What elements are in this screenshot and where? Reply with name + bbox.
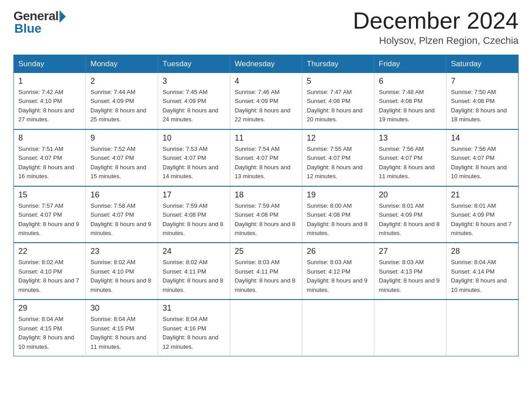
day-number: 19 — [307, 190, 369, 200]
day-info: Sunrise: 7:54 AMSunset: 4:07 PMDaylight:… — [235, 146, 291, 180]
day-info: Sunrise: 7:45 AMSunset: 4:09 PMDaylight:… — [163, 89, 219, 123]
day-number: 29 — [18, 304, 81, 313]
day-info: Sunrise: 7:44 AMSunset: 4:09 PMDaylight:… — [90, 89, 146, 123]
day-info: Sunrise: 8:04 AMSunset: 4:15 PMDaylight:… — [90, 316, 146, 350]
calendar-cell: 25 Sunrise: 8:03 AMSunset: 4:11 PMDaylig… — [230, 243, 302, 300]
calendar-cell: 31 Sunrise: 8:04 AMSunset: 4:16 PMDaylig… — [158, 300, 230, 356]
day-info: Sunrise: 7:59 AMSunset: 4:08 PMDaylight:… — [235, 202, 296, 236]
day-number: 6 — [379, 77, 442, 86]
page-header: General Blue December 2024 Holysov, Plze… — [13, 9, 519, 47]
day-info: Sunrise: 7:59 AMSunset: 4:08 PMDaylight:… — [163, 202, 223, 236]
calendar-cell: 16 Sunrise: 7:58 AMSunset: 4:07 PMDaylig… — [86, 186, 158, 243]
day-number: 23 — [90, 247, 153, 256]
calendar-cell — [446, 300, 519, 356]
day-info: Sunrise: 7:48 AMSunset: 4:08 PMDaylight:… — [379, 89, 435, 123]
calendar-cell: 12 Sunrise: 7:55 AMSunset: 4:07 PMDaylig… — [302, 129, 374, 186]
day-info: Sunrise: 8:00 AMSunset: 4:08 PMDaylight:… — [307, 202, 368, 236]
calendar-cell: 20 Sunrise: 8:01 AMSunset: 4:09 PMDaylig… — [374, 186, 446, 243]
day-info: Sunrise: 7:55 AMSunset: 4:07 PMDaylight:… — [307, 146, 363, 180]
day-number: 20 — [379, 190, 442, 200]
day-number: 12 — [307, 133, 369, 143]
calendar-cell: 19 Sunrise: 8:00 AMSunset: 4:08 PMDaylig… — [302, 186, 374, 243]
calendar-cell: 18 Sunrise: 7:59 AMSunset: 4:08 PMDaylig… — [230, 186, 302, 243]
calendar-cell: 5 Sunrise: 7:47 AMSunset: 4:08 PMDayligh… — [302, 73, 374, 129]
day-number: 11 — [235, 133, 297, 143]
day-info: Sunrise: 8:03 AMSunset: 4:11 PMDaylight:… — [235, 259, 296, 293]
day-number: 9 — [90, 133, 153, 143]
calendar-cell: 3 Sunrise: 7:45 AMSunset: 4:09 PMDayligh… — [158, 73, 230, 129]
weekday-header-sunday: Sunday — [14, 55, 86, 73]
weekday-header-tuesday: Tuesday — [158, 55, 230, 73]
calendar-cell: 22 Sunrise: 8:02 AMSunset: 4:10 PMDaylig… — [14, 243, 86, 300]
calendar-cell: 30 Sunrise: 8:04 AMSunset: 4:15 PMDaylig… — [86, 300, 158, 356]
calendar-cell: 14 Sunrise: 7:56 AMSunset: 4:07 PMDaylig… — [446, 129, 519, 186]
day-info: Sunrise: 7:56 AMSunset: 4:07 PMDaylight:… — [379, 146, 435, 180]
day-info: Sunrise: 8:02 AMSunset: 4:10 PMDaylight:… — [18, 259, 79, 293]
day-number: 26 — [307, 247, 369, 256]
calendar-week-row: 8 Sunrise: 7:51 AMSunset: 4:07 PMDayligh… — [14, 129, 519, 186]
day-info: Sunrise: 7:58 AMSunset: 4:07 PMDaylight:… — [90, 202, 151, 236]
calendar-week-row: 1 Sunrise: 7:42 AMSunset: 4:10 PMDayligh… — [14, 73, 519, 129]
weekday-header-friday: Friday — [374, 55, 446, 73]
calendar-cell: 29 Sunrise: 8:04 AMSunset: 4:15 PMDaylig… — [14, 300, 86, 356]
day-number: 2 — [90, 77, 153, 86]
day-number: 30 — [90, 304, 153, 313]
calendar-cell — [230, 300, 302, 356]
weekday-header-thursday: Thursday — [302, 55, 374, 73]
calendar-cell: 4 Sunrise: 7:46 AMSunset: 4:09 PMDayligh… — [230, 73, 302, 129]
day-info: Sunrise: 7:42 AMSunset: 4:10 PMDaylight:… — [18, 89, 74, 123]
day-info: Sunrise: 7:57 AMSunset: 4:07 PMDaylight:… — [18, 202, 79, 236]
logo: General Blue — [13, 9, 66, 36]
calendar-cell: 13 Sunrise: 7:56 AMSunset: 4:07 PMDaylig… — [374, 129, 446, 186]
day-info: Sunrise: 8:03 AMSunset: 4:13 PMDaylight:… — [379, 259, 440, 293]
weekday-header-saturday: Saturday — [446, 55, 519, 73]
day-info: Sunrise: 7:50 AMSunset: 4:08 PMDaylight:… — [451, 89, 507, 123]
logo-arrow-icon — [60, 10, 66, 23]
day-info: Sunrise: 8:01 AMSunset: 4:09 PMDaylight:… — [451, 202, 512, 236]
calendar-cell: 6 Sunrise: 7:48 AMSunset: 4:08 PMDayligh… — [374, 73, 446, 129]
calendar-cell: 27 Sunrise: 8:03 AMSunset: 4:13 PMDaylig… — [374, 243, 446, 300]
calendar-week-row: 22 Sunrise: 8:02 AMSunset: 4:10 PMDaylig… — [14, 243, 519, 300]
calendar-cell: 1 Sunrise: 7:42 AMSunset: 4:10 PMDayligh… — [14, 73, 86, 129]
day-number: 10 — [163, 133, 225, 143]
day-info: Sunrise: 7:51 AMSunset: 4:07 PMDaylight:… — [18, 146, 74, 180]
calendar-cell: 2 Sunrise: 7:44 AMSunset: 4:09 PMDayligh… — [86, 73, 158, 129]
day-number: 3 — [163, 77, 225, 86]
weekday-header-row: SundayMondayTuesdayWednesdayThursdayFrid… — [14, 55, 519, 73]
calendar-cell: 28 Sunrise: 8:04 AMSunset: 4:14 PMDaylig… — [446, 243, 519, 300]
day-number: 21 — [451, 190, 514, 200]
day-number: 28 — [451, 247, 514, 256]
day-number: 7 — [451, 77, 514, 86]
day-info: Sunrise: 8:03 AMSunset: 4:12 PMDaylight:… — [307, 259, 368, 293]
calendar-cell: 11 Sunrise: 7:54 AMSunset: 4:07 PMDaylig… — [230, 129, 302, 186]
calendar-cell: 8 Sunrise: 7:51 AMSunset: 4:07 PMDayligh… — [14, 129, 86, 186]
day-info: Sunrise: 8:04 AMSunset: 4:15 PMDaylight:… — [18, 316, 74, 350]
day-info: Sunrise: 8:02 AMSunset: 4:11 PMDaylight:… — [163, 259, 223, 293]
day-number: 25 — [235, 247, 297, 256]
title-block: December 2024 Holysov, Plzen Region, Cze… — [353, 9, 519, 47]
day-info: Sunrise: 7:52 AMSunset: 4:07 PMDaylight:… — [90, 146, 146, 180]
day-number: 24 — [163, 247, 225, 256]
calendar-week-row: 15 Sunrise: 7:57 AMSunset: 4:07 PMDaylig… — [14, 186, 519, 243]
day-info: Sunrise: 8:02 AMSunset: 4:10 PMDaylight:… — [90, 259, 151, 293]
day-number: 31 — [163, 304, 225, 313]
calendar-cell: 9 Sunrise: 7:52 AMSunset: 4:07 PMDayligh… — [86, 129, 158, 186]
month-title: December 2024 — [353, 9, 519, 32]
day-number: 22 — [18, 247, 81, 256]
calendar-week-row: 29 Sunrise: 8:04 AMSunset: 4:15 PMDaylig… — [14, 300, 519, 356]
day-number: 8 — [18, 133, 81, 143]
logo-blue-text: Blue — [13, 21, 42, 36]
calendar-cell: 10 Sunrise: 7:53 AMSunset: 4:07 PMDaylig… — [158, 129, 230, 186]
day-info: Sunrise: 8:04 AMSunset: 4:14 PMDaylight:… — [451, 259, 507, 293]
calendar-cell: 7 Sunrise: 7:50 AMSunset: 4:08 PMDayligh… — [446, 73, 519, 129]
day-number: 13 — [379, 133, 442, 143]
day-number: 5 — [307, 77, 369, 86]
day-info: Sunrise: 7:46 AMSunset: 4:09 PMDaylight:… — [235, 89, 291, 123]
calendar-cell: 21 Sunrise: 8:01 AMSunset: 4:09 PMDaylig… — [446, 186, 519, 243]
day-info: Sunrise: 7:47 AMSunset: 4:08 PMDaylight:… — [307, 89, 363, 123]
calendar-cell: 24 Sunrise: 8:02 AMSunset: 4:11 PMDaylig… — [158, 243, 230, 300]
day-number: 18 — [235, 190, 297, 200]
day-info: Sunrise: 8:04 AMSunset: 4:16 PMDaylight:… — [163, 316, 219, 350]
calendar-table: SundayMondayTuesdayWednesdayThursdayFrid… — [13, 55, 519, 356]
weekday-header-wednesday: Wednesday — [230, 55, 302, 73]
